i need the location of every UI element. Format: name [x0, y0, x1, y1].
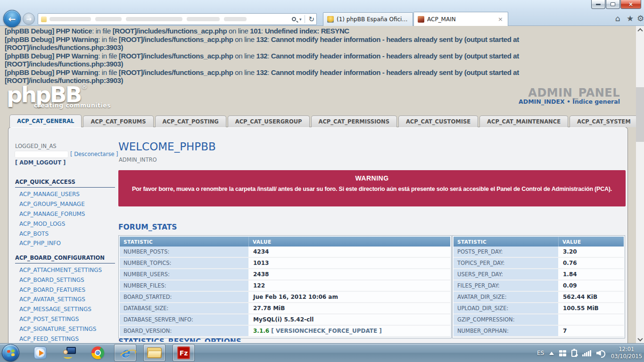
table-row: NUMBER_POSTS:4234 — [120, 247, 450, 258]
hidden-icons-arrow[interactable] — [549, 352, 554, 355]
acp-panel: LOGGED_IN_AS [ Desconectarse ] [ ADM_LOG… — [8, 127, 628, 343]
sidebar-link-acp_manage_forums[interactable]: ACP_MANAGE_FORUMS — [15, 209, 115, 219]
url-redaction — [126, 17, 182, 21]
warning-body: Por favor borre, mueva o renombre la car… — [126, 185, 618, 193]
close-button[interactable]: × — [620, 0, 641, 9]
stats-column-header: VALUE — [558, 237, 624, 247]
volume-icon[interactable] — [596, 350, 605, 357]
tab-close-icon[interactable]: × — [497, 16, 504, 23]
address-bar[interactable]: ▾ ↻ — [38, 13, 317, 25]
media-player-button[interactable] — [34, 346, 47, 359]
table-row: UPLOAD_DIR_SIZE:100.55 MiB — [454, 303, 624, 314]
sidebar-link-acp_post_settings[interactable]: ACP_POST_SETTINGS — [15, 314, 115, 324]
acp-tab-bar: ACP_CAT_GENERALACP_CAT_FORUMSACP_CAT_POS… — [9, 115, 636, 127]
stat-value: 1.84 — [558, 269, 624, 280]
internet-explorer-button[interactable]: e — [114, 344, 136, 362]
sidebar-link-acp_attachment_settings[interactable]: ACP_ATTACHMENT_SETTINGS — [15, 265, 115, 275]
user-line: [ Desconectarse ] — [15, 151, 118, 157]
versioncheck-link[interactable]: [ VERSIONCHECK_FORCE_UPDATE ] — [269, 328, 382, 334]
clock[interactable]: 12:01 03/10/2015 — [611, 346, 642, 360]
tab-acp_cat_general[interactable]: ACP_CAT_GENERAL — [9, 115, 82, 127]
clipboard-plug-icon[interactable] — [571, 350, 577, 357]
username-redacted — [15, 151, 68, 157]
minimize-icon — [596, 4, 601, 5]
tray-time: 12:01 — [611, 346, 642, 353]
table-row: FILES_PER_DAY:0.09 — [454, 280, 624, 292]
sidebar-link-acp_board_features[interactable]: ACP_BOARD_FEATURES — [15, 285, 115, 295]
stat-label: BOARD_VERSION: — [120, 326, 248, 337]
stat-label: NUMBER_TOPICS: — [120, 258, 248, 269]
sidebar-link-acp_mod_logs[interactable]: ACP_MOD_LOGS — [15, 219, 115, 229]
sidebar-link-acp_bots[interactable]: ACP_BOTS — [15, 229, 115, 239]
scrollbar[interactable] — [636, 26, 644, 343]
home-icon[interactable]: ⌂ — [615, 14, 620, 23]
filezilla-icon: Fz — [177, 346, 190, 359]
scroll-down-button[interactable] — [636, 335, 644, 343]
sidebar-link-acp_avatar_settings[interactable]: ACP_AVATAR_SETTINGS — [15, 295, 115, 304]
logout-link[interactable]: [ Desconectarse ] — [70, 151, 118, 157]
tab-acp_cat_permissions[interactable]: ACP_CAT_PERMISSIONS — [311, 115, 397, 127]
minimize-button[interactable] — [591, 0, 605, 9]
sidebar-link-acp_signature_settings[interactable]: ACP_SIGNATURE_SETTINGS — [15, 324, 115, 334]
stat-value: MySQL(i) 5.5.42-cll — [248, 314, 450, 326]
tab-acp_cat_customise[interactable]: ACP_CAT_CUSTOMISE — [398, 115, 478, 127]
stat-value: 122 — [248, 280, 450, 292]
refresh-icon[interactable]: ↻ — [308, 15, 314, 24]
tab-acp_cat_maintenance[interactable]: ACP_CAT_MAINTENANCE — [479, 115, 568, 127]
sidebar-link-acp_manage_users[interactable]: ACP_MANAGE_USERS — [15, 189, 115, 199]
debug-messages: [phpBB Debug] PHP Notice: in file [ROOT]… — [5, 27, 633, 85]
table-row: NUMBER_FILES:122 — [120, 280, 450, 292]
chrome-button[interactable] — [91, 346, 104, 359]
table-row: NUMBER_USERS:2438 — [120, 269, 450, 280]
table-row: USERS_PER_DAY:1.84 — [454, 269, 624, 280]
scroll-up-button[interactable] — [636, 26, 644, 34]
browser-tab-label: (1) phpBB España Oficial - Pub... — [337, 16, 409, 23]
sidebar-link-acp_php_info[interactable]: ACP_PHP_INFO — [15, 239, 115, 248]
stat-label: NUMBER_POSTS: — [120, 247, 248, 258]
adm-logout-link[interactable]: [ ADM_LOGOUT ] — [15, 159, 66, 166]
page-content: [phpBB Debug] PHP Notice: in file [ROOT]… — [0, 26, 636, 343]
media-player-icon — [34, 346, 47, 359]
table-row: AVATAR_DIR_SIZE:562.44 KiB — [454, 292, 624, 303]
search-icon[interactable] — [292, 17, 296, 21]
debug-message: [phpBB Debug] PHP Warning: in file [ROOT… — [5, 35, 633, 52]
tab-acp_cat_system[interactable]: ACP_CAT_SYSTEM — [570, 115, 636, 127]
restore-button[interactable] — [606, 0, 620, 9]
stat-label: DATABASE_SERVER_INFO: — [120, 314, 248, 326]
gear-icon[interactable]: ⚙ — [637, 14, 644, 23]
scroll-thumb[interactable] — [636, 87, 644, 142]
file-explorer-button[interactable] — [143, 344, 165, 362]
star-icon[interactable]: ★ — [627, 14, 634, 23]
filezilla-button[interactable]: Fz — [173, 344, 195, 362]
forward-button[interactable]: → — [23, 13, 35, 25]
intro-text: ADMIN_INTRO — [119, 156, 157, 163]
chevron-down-icon[interactable]: ▾ — [299, 17, 302, 22]
stats-column-header: STATISTIC — [454, 237, 558, 247]
page-title: WELCOME_PHPBB — [118, 140, 216, 153]
stat-label: TOPICS_PER_DAY: — [454, 258, 558, 269]
tab-acp_cat_forums[interactable]: ACP_CAT_FORUMS — [83, 115, 153, 127]
remote-assistance-button[interactable] — [63, 346, 76, 359]
desktop-screen: × ← → ▾ ↻ (1) phpBB España Oficial - Pub… — [0, 0, 644, 362]
sidebar-link-acp_groups_manage[interactable]: ACP_GROUPS_MANAGE — [15, 199, 115, 209]
folder-icon — [147, 347, 162, 358]
close-icon: × — [628, 1, 633, 8]
browser-tab-acp-main[interactable]: ACP_MAIN × — [413, 12, 508, 26]
language-indicator[interactable]: ES — [537, 350, 544, 356]
sidebar-link-acp_feed_settings[interactable]: ACP_FEED_SETTINGS — [15, 334, 115, 343]
url-redaction — [50, 17, 91, 21]
browser-tab-phpbb-espana[interactable]: (1) phpBB España Oficial - Pub... — [323, 12, 413, 26]
start-button[interactable] — [2, 344, 19, 362]
browser-tab-label: ACP_MAIN — [427, 16, 456, 23]
sidebar-link-acp_message_settings[interactable]: ACP_MESSAGE_SETTINGS — [15, 304, 115, 314]
stat-value: 3.20 — [558, 247, 624, 258]
breadcrumb[interactable]: ADMIN_INDEX • Índice general — [519, 98, 620, 105]
tab-acp_cat_usergroup[interactable]: ACP_CAT_USERGROUP — [228, 115, 310, 127]
network-icon[interactable] — [582, 350, 591, 356]
get-windows-icon[interactable] — [559, 350, 566, 356]
stat-value: 2438 — [248, 269, 450, 280]
sidebar-link-acp_board_settings[interactable]: ACP_BOARD_SETTINGS — [15, 275, 115, 285]
admin-panel-title: ADMIN_PANEL — [528, 86, 620, 99]
back-button[interactable]: ← — [3, 10, 21, 27]
tab-acp_cat_posting[interactable]: ACP_CAT_POSTING — [155, 115, 226, 127]
